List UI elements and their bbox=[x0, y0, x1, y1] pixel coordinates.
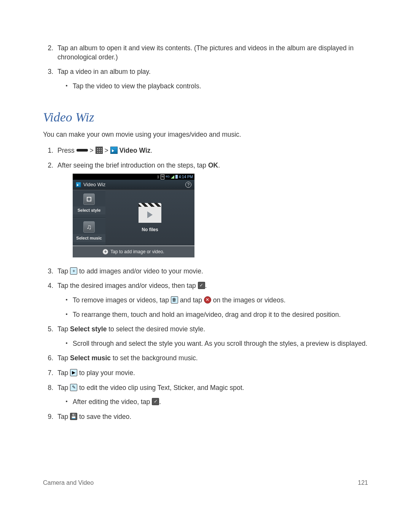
checkmark-icon: ✓ bbox=[152, 398, 159, 405]
step-4-sub-1: To remove images or videos, tap 🗑 and ta… bbox=[70, 296, 368, 305]
checkmark-icon: ✓ bbox=[198, 282, 205, 289]
music-icon: ♫ bbox=[86, 222, 92, 232]
video-wiz-small-icon bbox=[76, 182, 81, 187]
video-wiz-screenshot: ᛒ N 4G 4:14 PM Video Wiz ? Select styl bbox=[73, 174, 194, 257]
step-4: Tap the desired images and/or videos, th… bbox=[55, 281, 368, 319]
apps-grid-icon bbox=[96, 147, 103, 154]
video-wiz-icon bbox=[110, 147, 118, 154]
app-title-bar: Video Wiz ? bbox=[73, 180, 194, 190]
step-8: Tap ✎ to edit the video clip using Text,… bbox=[55, 383, 368, 407]
status-time: 4:14 PM bbox=[179, 174, 193, 180]
trash-icon: 🗑 bbox=[171, 296, 178, 304]
prior-step-3: Tap a video in an album to play. Tap the… bbox=[55, 67, 368, 91]
add-media-bar[interactable]: + Tap to add image or video. bbox=[73, 246, 194, 257]
step-5-sub-1: Scroll through and select the style you … bbox=[70, 339, 368, 348]
prior-step-3-sub-1: Tap the video to view the playback contr… bbox=[70, 82, 368, 91]
home-key-icon bbox=[76, 149, 88, 152]
clapperboard-icon bbox=[139, 203, 161, 223]
step-8-sub-1: After editing the video, tap ✓. bbox=[70, 398, 368, 407]
step-2: After seeing the brief introduction on t… bbox=[55, 161, 368, 257]
select-style-button[interactable]: Select style bbox=[73, 190, 105, 218]
section-heading-video-wiz: Video Wiz bbox=[43, 109, 368, 126]
prior-steps-list: Tap an album to open it and view its con… bbox=[43, 44, 368, 91]
nfc-icon: N bbox=[161, 174, 164, 179]
battery-icon bbox=[175, 175, 178, 179]
play-icon bbox=[147, 211, 153, 218]
step-5: Tap Select style to select the desired m… bbox=[55, 325, 368, 348]
preview-area: No files bbox=[105, 190, 194, 246]
step-3: Tap ＋ to add images and/or video to your… bbox=[55, 267, 368, 276]
step-9: Tap 💾 to save the video. bbox=[55, 412, 368, 422]
step-7: Tap ▶ to play your movie. bbox=[55, 369, 368, 378]
edit-pencil-icon: ✎ bbox=[70, 384, 77, 391]
prior-step-2: Tap an album to open it and view its con… bbox=[55, 44, 368, 62]
play-circle-icon: ▶ bbox=[70, 369, 77, 376]
prior-step-3-text: Tap a video in an album to play. bbox=[57, 68, 151, 75]
remove-x-icon: ✕ bbox=[204, 296, 211, 304]
status-bar: ᛒ N 4G 4:14 PM bbox=[73, 174, 194, 180]
add-plus-icon: + bbox=[103, 249, 108, 254]
step-1: Press > > Video Wiz. bbox=[55, 146, 368, 155]
step-6: Tap Select music to set the background m… bbox=[55, 354, 368, 363]
step-4-sub-2: To rearrange them, touch and hold an ima… bbox=[70, 310, 368, 320]
4g-icon: 4G bbox=[166, 175, 170, 179]
sidebar: Select style ♫ Select music bbox=[73, 190, 105, 246]
footer-page-number: 121 bbox=[358, 479, 368, 487]
select-music-button[interactable]: ♫ Select music bbox=[73, 218, 105, 246]
section-intro: You can make your own movie using your i… bbox=[43, 130, 368, 139]
add-icon: ＋ bbox=[70, 267, 77, 275]
prior-step-2-text: Tap an album to open it and view its con… bbox=[57, 44, 354, 61]
video-wiz-steps: Press > > Video Wiz. After seeing the br… bbox=[43, 146, 368, 422]
signal-icon bbox=[171, 175, 174, 179]
style-icon bbox=[87, 197, 91, 201]
app-title: Video Wiz bbox=[83, 181, 105, 188]
no-files-label: No files bbox=[142, 227, 158, 233]
bluetooth-icon: ᛒ bbox=[157, 174, 159, 180]
add-media-label: Tap to add image or video. bbox=[110, 249, 164, 255]
save-disk-icon: 💾 bbox=[70, 413, 77, 420]
footer-section-name: Camera and Video bbox=[43, 479, 94, 487]
page-footer: Camera and Video 121 bbox=[43, 479, 368, 487]
help-icon[interactable]: ? bbox=[185, 182, 191, 188]
